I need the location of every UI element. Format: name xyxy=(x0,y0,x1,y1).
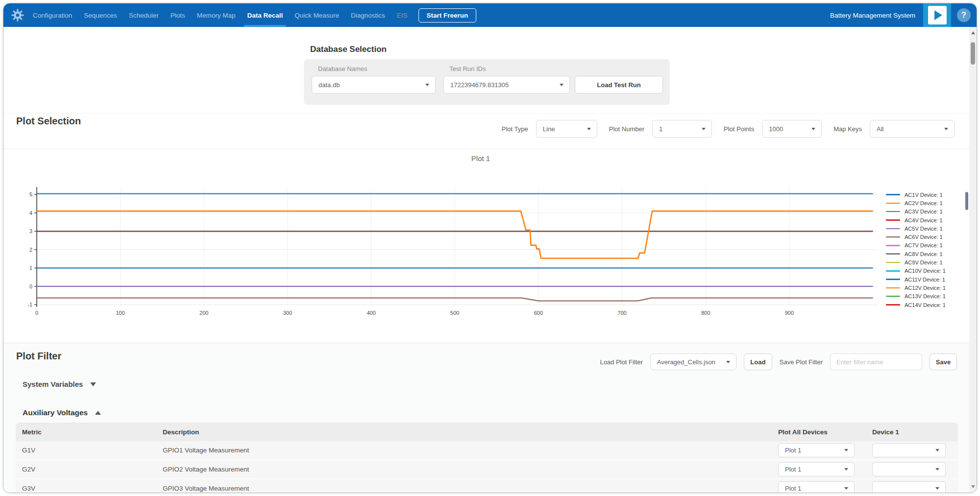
svg-text:0: 0 xyxy=(35,310,38,316)
chevron-down-icon xyxy=(726,361,730,363)
nav-item-data-recall[interactable]: Data Recall xyxy=(247,3,283,27)
save-filter-input[interactable] xyxy=(830,354,922,370)
plot-filter-section: Plot Filter Load Plot Filter Averaged_Ce… xyxy=(3,343,969,493)
legend-item-ac7v-device-1[interactable]: AC7V Device: 1 xyxy=(886,241,946,250)
legend-label: AC9V Device: 1 xyxy=(905,260,943,265)
load-test-run-button[interactable]: Load Test Run xyxy=(575,76,663,94)
legend-item-ac8v-device-1[interactable]: AC8V Device: 1 xyxy=(886,250,946,258)
page-scrollbar[interactable] xyxy=(969,27,977,493)
plot-scrollbar-thumb[interactable] xyxy=(965,192,968,210)
test-run-ids-label: Test Run IDs xyxy=(449,65,486,72)
legend-item-ac6v-device-1[interactable]: AC6V Device: 1 xyxy=(886,233,946,241)
load-filter-button[interactable]: Load xyxy=(744,354,772,370)
app-title: Battery Management System xyxy=(830,12,915,19)
database-names-select[interactable]: data.db xyxy=(312,76,436,94)
legend-swatch xyxy=(886,287,900,289)
auxiliary-voltages-toggle[interactable]: Auxiliary Voltages xyxy=(23,408,101,417)
plot-selection-controls: Plot TypeLinePlot Number1Plot Points1000… xyxy=(502,120,955,138)
database-selection-title: Database Selection xyxy=(310,45,387,54)
plot-all-devices-select-g1v[interactable]: Plot 1 xyxy=(778,443,855,457)
legend-item-ac12v-device-1[interactable]: AC12V Device: 1 xyxy=(886,283,946,292)
legend-label: AC4V Device: 1 xyxy=(905,217,943,223)
nav-item-memory-map[interactable]: Memory Map xyxy=(197,3,236,27)
plot-number-value: 1 xyxy=(659,125,662,133)
legend-item-ac3v-device-1[interactable]: AC3V Device: 1 xyxy=(886,208,946,216)
page-scrollbar-thumb[interactable] xyxy=(971,42,975,65)
col-header-plot-all-devices: Plot All Devices xyxy=(778,423,828,441)
legend-item-ac9v-device-1[interactable]: AC9V Device: 1 xyxy=(886,258,946,266)
help-icon: ? xyxy=(961,11,966,20)
chevron-down-icon xyxy=(90,382,96,386)
run-button[interactable] xyxy=(923,3,951,27)
svg-text:4: 4 xyxy=(29,210,32,216)
nav-item-configuration[interactable]: Configuration xyxy=(33,3,72,27)
legend-item-ac14v-device-1[interactable]: AC14V Device: 1 xyxy=(886,301,946,309)
legend-swatch xyxy=(886,211,900,213)
legend-item-ac2v-device-1[interactable]: AC2V Device: 1 xyxy=(886,199,946,207)
legend-item-ac11v-device-1[interactable]: AC11V Device: 1 xyxy=(886,275,946,283)
nav-item-quick-measure[interactable]: Quick Measure xyxy=(294,3,339,27)
test-run-ids-select[interactable]: 1722394679.831305 xyxy=(443,76,570,94)
cell-description: GPIO2 Voltage Measurement xyxy=(163,460,249,478)
svg-text:900: 900 xyxy=(785,310,794,316)
legend-label: AC5V Device: 1 xyxy=(905,226,943,232)
svg-text:-1: -1 xyxy=(27,302,32,307)
plot-number-label: Plot Number xyxy=(609,125,644,133)
cell-description: GPIO1 Voltage Measurement xyxy=(163,441,249,459)
legend-item-ac4v-device-1[interactable]: AC4V Device: 1 xyxy=(886,216,946,224)
legend-item-ac1v-device-1[interactable]: AC1V Device: 1 xyxy=(886,190,946,199)
legend-item-ac10v-device-1[interactable]: AC10V Device: 1 xyxy=(886,267,946,275)
help-button[interactable]: ? xyxy=(957,8,971,22)
svg-text:300: 300 xyxy=(283,310,292,316)
load-plot-filter-value: Averaged_Cells.json xyxy=(657,358,715,366)
device-1-select-g2v[interactable] xyxy=(872,462,946,476)
save-plot-filter-label: Save Plot Filter xyxy=(780,358,823,366)
chevron-up-icon xyxy=(95,411,101,415)
device-1-select-g3v[interactable] xyxy=(872,481,946,493)
system-variables-toggle[interactable]: System Variables xyxy=(23,380,96,388)
nav-item-scheduler[interactable]: Scheduler xyxy=(129,3,159,27)
scroll-down-arrow-icon[interactable] xyxy=(971,485,975,488)
plot-number-select[interactable]: 1 xyxy=(652,120,712,138)
chevron-down-icon xyxy=(935,449,939,451)
svg-text:0: 0 xyxy=(29,283,32,289)
auxiliary-voltages-label: Auxiliary Voltages xyxy=(23,408,88,417)
test-run-ids-value: 1722394679.831305 xyxy=(450,81,509,89)
scroll-up-arrow-icon[interactable] xyxy=(971,31,975,34)
chevron-down-icon xyxy=(844,487,848,490)
legend-label: AC6V Device: 1 xyxy=(905,234,943,240)
chevron-down-icon xyxy=(811,128,815,130)
svg-text:100: 100 xyxy=(116,310,124,316)
nav-item-sequences[interactable]: Sequences xyxy=(84,3,117,27)
legend-item-ac13v-device-1[interactable]: AC13V Device: 1 xyxy=(886,292,946,301)
legend-label: AC14V Device: 1 xyxy=(905,302,946,308)
line-chart[interactable]: -10123450100200300400500600700800900 xyxy=(3,184,958,317)
map-keys-select[interactable]: All xyxy=(870,120,955,138)
chart-legend: AC1V Device: 1AC2V Device: 1AC3V Device:… xyxy=(886,190,946,309)
save-filter-button[interactable]: Save xyxy=(930,354,957,370)
legend-swatch xyxy=(886,245,900,246)
legend-swatch xyxy=(886,262,900,263)
device-1-select-g1v[interactable] xyxy=(872,443,946,457)
legend-label: AC8V Device: 1 xyxy=(905,251,943,257)
svg-text:600: 600 xyxy=(534,310,543,316)
plot-points-select[interactable]: 1000 xyxy=(762,120,822,138)
load-plot-filter-select[interactable]: Averaged_Cells.json xyxy=(650,354,736,370)
table-row-g2v: G2VGPIO2 Voltage MeasurementPlot 1 xyxy=(16,460,958,479)
nav-item-plots[interactable]: Plots xyxy=(171,3,185,27)
settings-button[interactable] xyxy=(11,9,24,22)
nav-item-diagnostics[interactable]: Diagnostics xyxy=(351,3,385,27)
col-header-metric: Metric xyxy=(22,423,42,441)
plot-all-devices-select-g2v[interactable]: Plot 1 xyxy=(778,462,855,476)
nav-menu: ConfigurationSequencesSchedulerPlotsMemo… xyxy=(33,3,408,27)
start-freerun-button[interactable]: Start Freerun xyxy=(418,8,477,23)
legend-swatch xyxy=(886,253,900,255)
chevron-down-icon xyxy=(587,128,591,130)
svg-text:200: 200 xyxy=(199,310,208,316)
legend-label: AC11V Device: 1 xyxy=(905,277,945,283)
legend-item-ac5v-device-1[interactable]: AC5V Device: 1 xyxy=(886,224,946,233)
plot-all-devices-select-g3v[interactable]: Plot 1 xyxy=(778,481,855,493)
chevron-down-icon xyxy=(560,84,564,86)
auxiliary-voltages-table: Metric Description Plot All Devices Devi… xyxy=(16,423,958,493)
plot-type-select[interactable]: Line xyxy=(536,120,597,138)
